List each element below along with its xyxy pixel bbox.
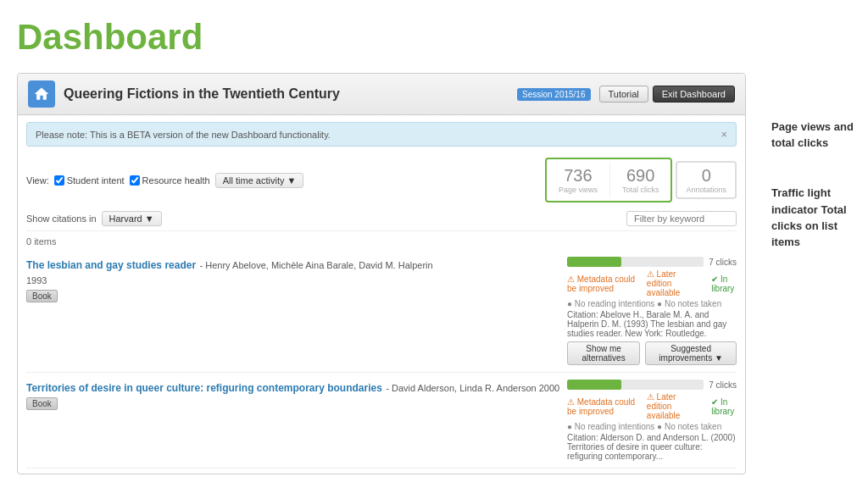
tutorial-button[interactable]: Tutorial <box>599 86 648 103</box>
total-clicks-number: 690 <box>622 166 659 186</box>
item-intentions: ● No reading intentions ● No notes taken <box>567 299 737 308</box>
beta-notice: Please note: This is a BETA version of t… <box>26 122 737 147</box>
annotation-block-1: Page views and total clicks <box>771 119 860 151</box>
item-flags: ⚠ Metadata could be improved ⚠ Later edi… <box>567 269 737 297</box>
progress-bar-fill <box>567 380 621 390</box>
item-authors: - Henry Abelove, Michèle Aina Barale, Da… <box>200 260 433 270</box>
item-flags: ⚠ Metadata could be improved ⚠ Later edi… <box>567 392 737 420</box>
view-label: View: <box>26 175 49 186</box>
main-area: Dashboard Queering Fictions in the Twent… <box>0 0 763 488</box>
page-views-stat: 736 Page views <box>547 163 610 197</box>
flag-metadata: ⚠ Metadata could be improved <box>567 269 638 297</box>
filter-keyword-input[interactable] <box>626 211 737 226</box>
suggested-improvements-button[interactable]: Suggested improvements ▼ <box>645 341 737 365</box>
citation-row: Citation: Alderson D. and Anderson L. (2… <box>567 433 737 461</box>
page-views-label: Page views <box>559 186 598 194</box>
annotations-number: 0 <box>686 166 726 186</box>
widget-body: Please note: This is a BETA version of t… <box>18 122 745 474</box>
citations-dropdown[interactable]: Harvard ▼ <box>102 211 162 226</box>
flag-edition: ⚠ Later edition available <box>647 269 703 297</box>
progress-bar-bg <box>567 380 704 390</box>
citation-row: Citation: Abelove H., Barale M. A. and H… <box>567 310 737 338</box>
student-intent-label[interactable]: Student intent <box>54 175 125 186</box>
list-item: Territories of desire in queer culture: … <box>26 373 737 469</box>
exit-dashboard-button[interactable]: Exit Dashboard <box>653 86 735 103</box>
clicks-count: 7 clicks <box>709 258 737 267</box>
item-authors: - David Alderson, Linda R. Anderson 2000 <box>386 383 559 393</box>
item-title-row: The lesbian and gay studies reader - Hen… <box>26 257 737 365</box>
session-badge: Session 2015/16 <box>517 88 591 101</box>
resource-health-checkbox[interactable] <box>130 175 140 186</box>
page-views-number: 736 <box>559 166 598 186</box>
close-beta-button[interactable]: × <box>721 128 727 141</box>
annotation-panel: Page views and total clicks Traffic ligh… <box>763 0 868 488</box>
bar-row: 7 clicks <box>567 257 737 267</box>
dashboard-widget: Queering Fictions in the Twentieth Centu… <box>17 73 746 474</box>
total-clicks-stat: 690 Total clicks <box>610 163 671 197</box>
list-item: The lesbian and gay studies reader - Hen… <box>26 250 737 373</box>
progress-bar-fill <box>567 257 621 267</box>
house-svg <box>33 86 50 103</box>
citations-left: Show citations in Harvard ▼ <box>26 211 162 226</box>
citations-row: Show citations in Harvard ▼ <box>26 207 737 231</box>
home-icon <box>28 80 55 108</box>
item-title-row: Territories of desire in queer culture: … <box>26 380 737 461</box>
page-title: Dashboard <box>17 17 746 58</box>
clicks-count: 7 clicks <box>709 380 737 390</box>
student-intent-checkbox[interactable] <box>54 175 64 186</box>
controls-left: View: Student intent Resource health All… <box>26 173 303 188</box>
top-stats: 736 Page views 690 Total clicks 0 Annota… <box>545 158 737 202</box>
resource-health-label[interactable]: Resource health <box>130 175 210 186</box>
widget-header: Queering Fictions in the Twentieth Centu… <box>18 74 745 115</box>
student-intent-text: Student intent <box>67 175 125 186</box>
flag-metadata: ⚠ Metadata could be improved <box>567 392 638 420</box>
item-right: 7 clicks ⚠ Metadata could be improved ⚠ … <box>567 380 737 461</box>
item-type-badge: Book <box>26 290 58 302</box>
annotation-block-2: Traffic light indicator Total clicks on … <box>771 185 860 250</box>
item-year: 1993 <box>26 275 47 286</box>
resource-health-text: Resource health <box>142 175 210 186</box>
stat-pair-views-clicks: 736 Page views 690 Total clicks <box>545 158 673 202</box>
item-left: The lesbian and gay studies reader - Hen… <box>26 257 560 302</box>
annotations-label: Annotations <box>686 186 726 194</box>
show-alternatives-button[interactable]: Show me alternatives <box>567 341 640 365</box>
total-clicks-label: Total clicks <box>622 186 659 194</box>
beta-notice-text: Please note: This is a BETA version of t… <box>36 130 331 140</box>
item-type-badge: Book <box>26 397 58 410</box>
controls-area: View: Student intent Resource health All… <box>26 153 737 207</box>
item-title: The lesbian and gay studies reader <box>26 259 196 271</box>
bar-row: 7 clicks <box>567 380 737 390</box>
widget-title: Queering Fictions in the Twentieth Centu… <box>64 86 509 102</box>
flag-library: ✔ In library <box>711 269 737 297</box>
flag-library: ✔ In library <box>711 392 737 420</box>
progress-bar-bg <box>567 257 704 267</box>
item-left: Territories of desire in queer culture: … <box>26 380 560 410</box>
annotation-text-1: Page views and total clicks <box>771 120 854 149</box>
flag-edition: ⚠ Later edition available <box>647 392 703 420</box>
item-intentions: ● No reading intentions ● No notes taken <box>567 422 737 431</box>
item-title: Territories of desire in queer culture: … <box>26 382 382 394</box>
items-count: 0 items <box>26 231 737 250</box>
activity-dropdown[interactable]: All time activity ▼ <box>215 173 304 188</box>
annotation-text-2: Traffic light indicator Total clicks on … <box>771 186 847 248</box>
annotations-stat: 0 Annotations <box>676 161 737 199</box>
item-actions: Show me alternatives Suggested improveme… <box>567 341 737 365</box>
item-right: 7 clicks ⚠ Metadata could be improved ⚠ … <box>567 257 737 365</box>
list-items-container: The lesbian and gay studies reader - Hen… <box>26 250 737 469</box>
citations-label: Show citations in <box>26 214 97 224</box>
header-buttons: Tutorial Exit Dashboard <box>599 86 736 103</box>
